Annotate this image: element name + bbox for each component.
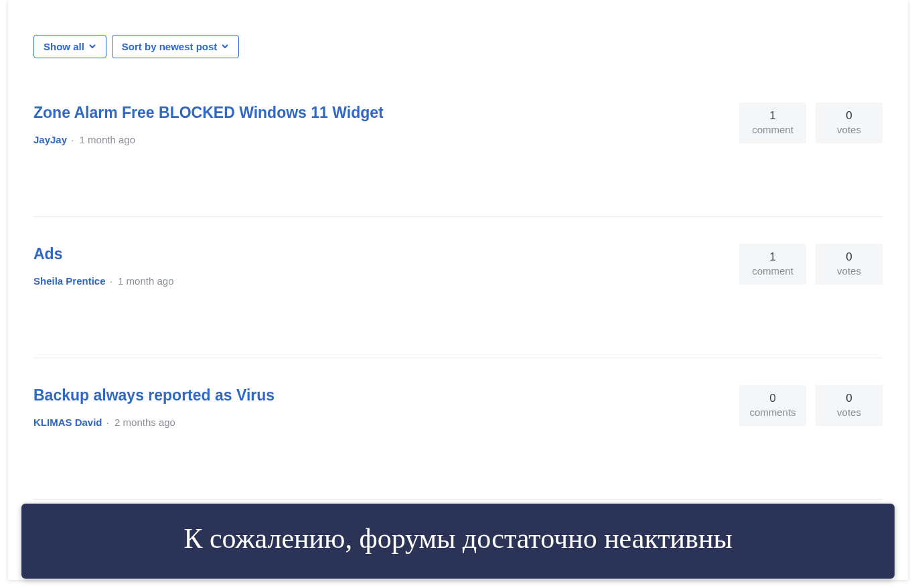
meta-separator: · xyxy=(107,275,116,287)
votes-count: 0 xyxy=(818,109,880,123)
comments-label: comment xyxy=(742,265,804,277)
filter-show-all[interactable]: Show all xyxy=(33,35,106,58)
post-title-link[interactable]: Zone Alarm Free BLOCKED Windows 11 Widge… xyxy=(33,102,384,123)
post-title-link[interactable]: Ads xyxy=(33,244,173,265)
post-item: Ads Sheila Prentice · 1 month ago 1 comm… xyxy=(33,244,883,358)
post-item: Backup always reported as Virus KLIMAS D… xyxy=(33,385,883,500)
post-author-link[interactable]: Sheila Prentice xyxy=(33,275,106,287)
votes-stat: 0 votes xyxy=(816,102,883,143)
comments-count: 1 xyxy=(742,250,804,264)
filter-sort[interactable]: Sort by newest post xyxy=(112,35,240,58)
comments-count: 0 xyxy=(742,392,804,405)
meta-separator: · xyxy=(104,417,112,428)
post-title-link[interactable]: Backup always reported as Virus xyxy=(33,385,275,406)
post-author-link[interactable]: JayJay xyxy=(33,134,67,145)
votes-label: votes xyxy=(818,265,880,277)
votes-count: 0 xyxy=(818,250,880,264)
votes-label: votes xyxy=(818,407,880,418)
comments-stat: 0 comments xyxy=(739,385,806,426)
post-time: 2 months ago xyxy=(115,417,175,428)
post-author-link[interactable]: KLIMAS David xyxy=(33,417,102,428)
post-time: 1 month ago xyxy=(118,275,173,287)
votes-stat: 0 votes xyxy=(816,244,883,285)
comments-label: comment xyxy=(742,124,804,135)
filter-sort-label: Sort by newest post xyxy=(122,41,218,52)
comments-count: 1 xyxy=(742,109,804,123)
post-time: 1 month ago xyxy=(80,134,135,145)
votes-count: 0 xyxy=(818,392,880,405)
comments-stat: 1 comment xyxy=(739,102,806,143)
overlay-banner: К сожалению, форумы достаточно неактивны xyxy=(21,504,895,579)
post-item: Zone Alarm Free BLOCKED Windows 11 Widge… xyxy=(33,102,883,217)
votes-stat: 0 votes xyxy=(816,385,883,426)
forum-panel: Show all Sort by newest post Zone Alarm … xyxy=(8,0,908,580)
comments-stat: 1 comment xyxy=(739,244,806,285)
filter-show-all-label: Show all xyxy=(44,41,84,52)
chevron-down-icon xyxy=(221,41,229,52)
filter-bar: Show all Sort by newest post xyxy=(33,35,883,58)
chevron-down-icon xyxy=(88,41,96,52)
meta-separator: · xyxy=(68,134,77,145)
comments-label: comments xyxy=(742,407,804,418)
votes-label: votes xyxy=(818,124,880,135)
